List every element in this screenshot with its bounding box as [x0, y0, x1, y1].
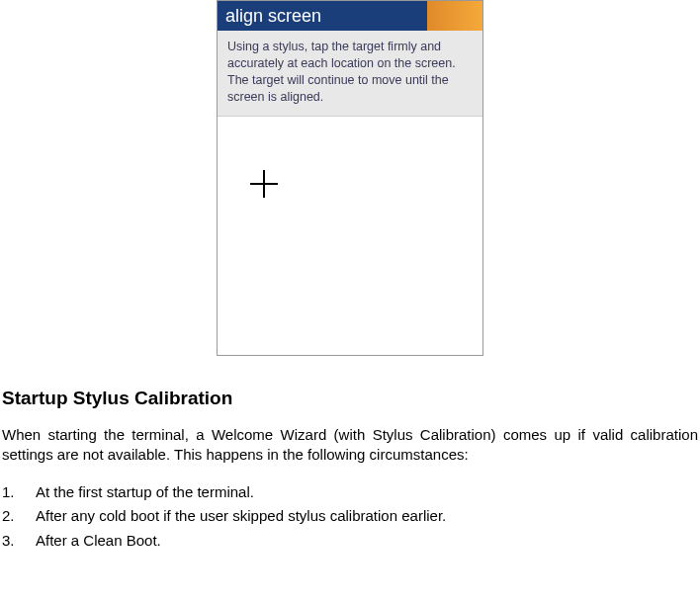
section-heading: Startup Stylus Calibration [2, 388, 698, 409]
document-section: Startup Stylus Calibration When starting… [2, 388, 698, 554]
list-item: After a Clean Boot. [2, 530, 698, 553]
calibration-target-area[interactable] [218, 117, 482, 356]
screen-title: align screen [218, 1, 427, 31]
section-paragraph: When starting the terminal, a Welcome Wi… [2, 425, 698, 466]
list-item: After any cold boot if the user skipped … [2, 505, 698, 528]
list-item: At the first startup of the terminal. [2, 481, 698, 504]
instruction-text: Using a stylus, tap the target firmly an… [218, 31, 482, 117]
circumstances-list: At the first startup of the terminal. Af… [2, 481, 698, 553]
header-accent [427, 1, 482, 31]
crosshair-icon[interactable] [250, 170, 278, 198]
device-header: align screen [218, 1, 482, 31]
device-screenshot: align screen Using a stylus, tap the tar… [217, 0, 483, 356]
